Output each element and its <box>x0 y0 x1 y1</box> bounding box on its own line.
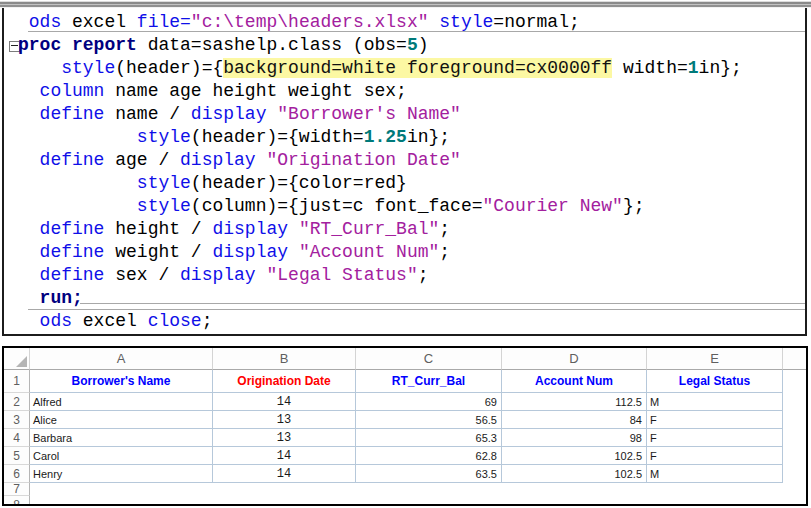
cell-origination-date[interactable]: 13 <box>213 411 356 429</box>
code-token: sex / <box>104 265 180 285</box>
code-token: ) <box>418 35 429 55</box>
cell-account-num[interactable]: 112.5 <box>502 393 647 411</box>
code-token: file= <box>137 12 191 32</box>
header-account-num[interactable]: Account Num <box>502 370 647 393</box>
cell-empty[interactable] <box>783 370 806 393</box>
code-token: "Legal Status" <box>266 265 417 285</box>
code-token: ; <box>439 242 450 262</box>
cell-account-num[interactable]: 102.5 <box>502 447 647 465</box>
cell-legal-status[interactable]: F <box>647 447 783 465</box>
cell-empty[interactable] <box>783 411 806 429</box>
row-number[interactable]: 3 <box>4 411 30 429</box>
code-token: ; <box>439 219 450 239</box>
code-token: style <box>137 173 191 193</box>
cell-empty[interactable] <box>783 429 806 447</box>
header-borrowers-name[interactable]: Borrower's Name <box>30 370 213 393</box>
cell-rt-curr-bal[interactable]: 65.3 <box>356 429 502 447</box>
code-token <box>18 58 61 78</box>
column-header-b[interactable]: B <box>213 348 356 370</box>
code-token: height / <box>104 219 212 239</box>
cell-legal-status[interactable]: M <box>647 465 783 483</box>
code-line: proc report data=sashelp.class (obs=5) <box>4 34 805 57</box>
row-number[interactable]: 5 <box>4 447 30 465</box>
row-number[interactable]: 7 <box>4 483 30 496</box>
window-splitter-bar[interactable] <box>0 0 811 8</box>
code-token: define <box>40 104 105 124</box>
cell-origination-date[interactable]: 14 <box>213 447 356 465</box>
code-token: data=sashelp.class (obs= <box>137 35 407 55</box>
cell-empty[interactable] <box>783 465 806 483</box>
table-row: 2 Alfred 14 69 112.5 M <box>4 393 806 411</box>
cell-rt-curr-bal[interactable]: 56.5 <box>356 411 502 429</box>
row-number[interactable]: 4 <box>4 429 30 447</box>
code-token: (header)={color=red} <box>191 173 407 193</box>
code-token <box>18 104 40 124</box>
cell-rt-curr-bal[interactable]: 63.5 <box>356 465 502 483</box>
cell-empty[interactable] <box>783 447 806 465</box>
code-token: style <box>439 12 493 32</box>
cell-rt-curr-bal[interactable]: 62.8 <box>356 447 502 465</box>
code-token: ; <box>202 311 213 331</box>
code-token: display <box>180 265 256 285</box>
code-line: define age / display "Origination Date" <box>4 149 805 172</box>
code-line: run; <box>4 287 805 310</box>
code-token: define <box>40 242 105 262</box>
cell-empty[interactable] <box>30 483 806 496</box>
code-token: excel <box>61 12 137 32</box>
code-lines: ods excel file="c:\temp\headers.xlsx" st… <box>4 11 805 333</box>
cell-name[interactable]: Alfred <box>30 393 213 411</box>
header-origination-date[interactable]: Origination Date <box>213 370 356 393</box>
code-line: style(header)={width=1.25in}; <box>4 126 805 149</box>
row-number[interactable]: 1 <box>4 370 30 393</box>
row-number[interactable]: 8 <box>4 496 30 506</box>
cell-name[interactable]: Alice <box>30 411 213 429</box>
cell-legal-status[interactable]: F <box>647 411 783 429</box>
code-token: style <box>61 58 115 78</box>
header-legal-status[interactable]: Legal Status <box>647 370 783 393</box>
row-number[interactable]: 6 <box>4 465 30 483</box>
cell-account-num[interactable]: 102.5 <box>502 465 647 483</box>
column-header-e[interactable]: E <box>647 348 783 370</box>
code-token <box>18 150 40 170</box>
cell-origination-date[interactable]: 14 <box>213 465 356 483</box>
cell-empty[interactable] <box>30 496 806 506</box>
code-token <box>18 242 40 262</box>
cell-legal-status[interactable]: F <box>647 429 783 447</box>
header-rt-curr-bal[interactable]: RT_Curr_Bal <box>356 370 502 393</box>
code-token: "Account Num" <box>299 242 439 262</box>
code-line: ods excel file="c:\temp\headers.xlsx" st… <box>4 11 805 34</box>
code-token: width= <box>612 58 688 78</box>
column-header-stub[interactable] <box>783 348 806 370</box>
column-header-a[interactable]: A <box>30 348 213 370</box>
cell-origination-date[interactable]: 14 <box>213 393 356 411</box>
cell-legal-status[interactable]: M <box>647 393 783 411</box>
code-token: "Borrower's Name" <box>277 104 461 124</box>
code-token: display <box>212 219 288 239</box>
cell-origination-date[interactable]: 13 <box>213 429 356 447</box>
table-row: 1 Borrower's Name Origination Date RT_Cu… <box>4 370 806 393</box>
code-line: define sex / display "Legal Status"; <box>4 264 805 287</box>
code-token: display <box>191 104 267 124</box>
cell-name[interactable]: Henry <box>30 465 213 483</box>
row-number[interactable]: 2 <box>4 393 30 411</box>
table-row: 4 Barbara 13 65.3 98 F <box>4 429 806 447</box>
code-token: name age height weight sex; <box>104 81 406 101</box>
code-token <box>18 12 29 32</box>
code-token <box>288 242 299 262</box>
cell-account-num[interactable]: 98 <box>502 429 647 447</box>
code-token: display <box>212 242 288 262</box>
cell-rt-curr-bal[interactable]: 69 <box>356 393 502 411</box>
cell-name[interactable]: Barbara <box>30 429 213 447</box>
code-token: style <box>137 127 191 147</box>
column-header-c[interactable]: C <box>356 348 502 370</box>
cell-empty[interactable] <box>783 393 806 411</box>
cell-account-num[interactable]: 84 <box>502 411 647 429</box>
code-token <box>18 265 40 285</box>
code-token <box>18 196 137 216</box>
code-editor[interactable]: ods excel file="c:\temp\headers.xlsx" st… <box>2 8 807 336</box>
code-token <box>18 173 137 193</box>
cell-name[interactable]: Carol <box>30 447 213 465</box>
column-header-d[interactable]: D <box>502 348 647 370</box>
select-all-corner[interactable] <box>4 348 30 370</box>
table-row: 7 <box>4 483 806 496</box>
